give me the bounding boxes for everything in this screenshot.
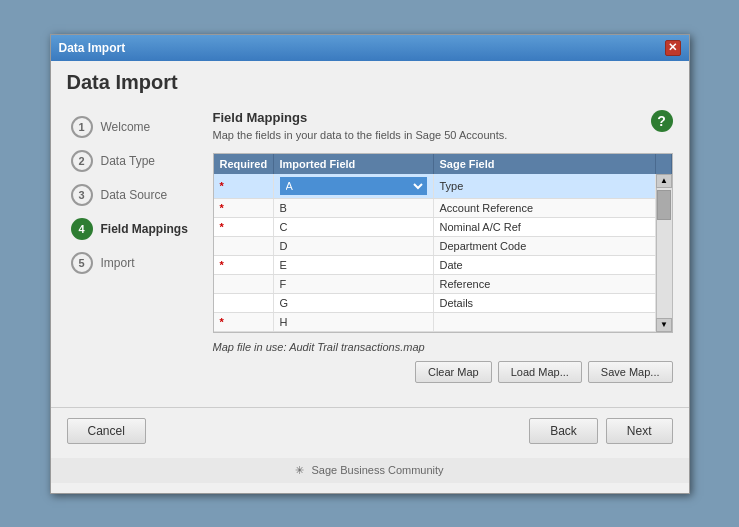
cancel-button[interactable]: Cancel xyxy=(67,418,146,444)
step-datatype: 2 Data Type xyxy=(67,144,197,178)
cell-sage-4: Department Code xyxy=(434,237,656,255)
cell-required-8: * xyxy=(214,313,274,331)
table-rows: * ABC Type * B Account xyxy=(214,174,656,332)
step-circle-3: 3 xyxy=(71,184,93,206)
footer: Cancel Back Next xyxy=(51,407,689,458)
scroll-up-arrow[interactable]: ▲ xyxy=(656,174,672,188)
cell-sage-6: Reference xyxy=(434,275,656,293)
step-circle-5: 5 xyxy=(71,252,93,274)
table-row[interactable]: G Details xyxy=(214,294,656,313)
cell-imported-3: C xyxy=(274,218,434,236)
cell-imported-5: E xyxy=(274,256,434,274)
cell-required-2: * xyxy=(214,199,274,217)
cell-sage-7: Details xyxy=(434,294,656,312)
section-title: Field Mappings xyxy=(213,110,508,125)
sage-community-bar: ✳ Sage Business Community xyxy=(51,458,689,483)
step-label-welcome: Welcome xyxy=(101,120,151,134)
cell-sage-8 xyxy=(434,313,656,331)
table-body-wrapper: * ABC Type * B Account xyxy=(214,174,672,332)
cell-sage-5: Date xyxy=(434,256,656,274)
step-circle-1: 1 xyxy=(71,116,93,138)
imported-field-select-1[interactable]: ABC xyxy=(280,177,427,195)
close-button[interactable]: ✕ xyxy=(665,40,681,56)
map-file-info: Map file in use: Audit Trail transaction… xyxy=(213,341,673,353)
header-imported: Imported Field xyxy=(274,154,434,174)
table-row[interactable]: * ABC Type xyxy=(214,174,656,199)
window-title: Data Import xyxy=(59,41,126,55)
save-map-button[interactable]: Save Map... xyxy=(588,361,673,383)
field-mapping-table: Required Imported Field Sage Field * ABC xyxy=(213,153,673,333)
cell-imported-7: G xyxy=(274,294,434,312)
cell-sage-2: Account Reference xyxy=(434,199,656,217)
header-required: Required xyxy=(214,154,274,174)
cell-required-5: * xyxy=(214,256,274,274)
cell-sage-1: Type xyxy=(434,174,656,198)
map-buttons: Clear Map Load Map... Save Map... xyxy=(213,361,673,383)
page-title: Data Import xyxy=(67,71,673,94)
step-label-fieldmappings: Field Mappings xyxy=(101,222,188,236)
step-welcome: 1 Welcome xyxy=(67,110,197,144)
step-label-datasource: Data Source xyxy=(101,188,168,202)
step-fieldmappings: 4 Field Mappings xyxy=(67,212,197,246)
step-datasource: 3 Data Source xyxy=(67,178,197,212)
cell-required-4 xyxy=(214,237,274,255)
cell-imported-4: D xyxy=(274,237,434,255)
step-circle-2: 2 xyxy=(71,150,93,172)
step-import: 5 Import xyxy=(67,246,197,280)
cell-imported-8: H xyxy=(274,313,434,331)
step-label-import: Import xyxy=(101,256,135,270)
table-header: Required Imported Field Sage Field xyxy=(214,154,672,174)
load-map-button[interactable]: Load Map... xyxy=(498,361,582,383)
help-icon[interactable]: ? xyxy=(651,110,673,132)
header-scroll xyxy=(656,154,672,174)
scroll-down-arrow[interactable]: ▼ xyxy=(656,318,672,332)
table-row[interactable]: * B Account Reference xyxy=(214,199,656,218)
community-icon: ✳ xyxy=(295,464,304,477)
scroll-thumb[interactable] xyxy=(657,190,671,220)
content-area: 1 Welcome 2 Data Type 3 Data Source 4 Fi… xyxy=(51,94,689,407)
table-row[interactable]: D Department Code xyxy=(214,237,656,256)
clear-map-button[interactable]: Clear Map xyxy=(415,361,492,383)
cell-imported-6: F xyxy=(274,275,434,293)
table-row[interactable]: * H xyxy=(214,313,656,332)
table-row[interactable]: * C Nominal A/C Ref xyxy=(214,218,656,237)
steps-sidebar: 1 Welcome 2 Data Type 3 Data Source 4 Fi… xyxy=(67,110,197,391)
nav-right-buttons: Back Next xyxy=(529,418,672,444)
section-description: Map the fields in your data to the field… xyxy=(213,129,508,141)
cell-required-1: * xyxy=(214,174,274,198)
cell-sage-3: Nominal A/C Ref xyxy=(434,218,656,236)
table-scrollbar[interactable]: ▲ ▼ xyxy=(656,174,672,332)
main-content: Field Mappings Map the fields in your da… xyxy=(213,110,673,391)
step-label-datatype: Data Type xyxy=(101,154,155,168)
table-row[interactable]: * E Date xyxy=(214,256,656,275)
cell-required-7 xyxy=(214,294,274,312)
cell-imported-1[interactable]: ABC xyxy=(274,174,434,198)
back-button[interactable]: Back xyxy=(529,418,598,444)
cell-required-3: * xyxy=(214,218,274,236)
cell-imported-2: B xyxy=(274,199,434,217)
table-row[interactable]: F Reference xyxy=(214,275,656,294)
next-button[interactable]: Next xyxy=(606,418,673,444)
header-sage: Sage Field xyxy=(434,154,656,174)
title-bar: Data Import ✕ xyxy=(51,35,689,61)
step-circle-4: 4 xyxy=(71,218,93,240)
cell-required-6 xyxy=(214,275,274,293)
data-import-window: Data Import ✕ Data Import 1 Welcome 2 Da… xyxy=(50,34,690,494)
community-label: Sage Business Community xyxy=(312,464,444,476)
